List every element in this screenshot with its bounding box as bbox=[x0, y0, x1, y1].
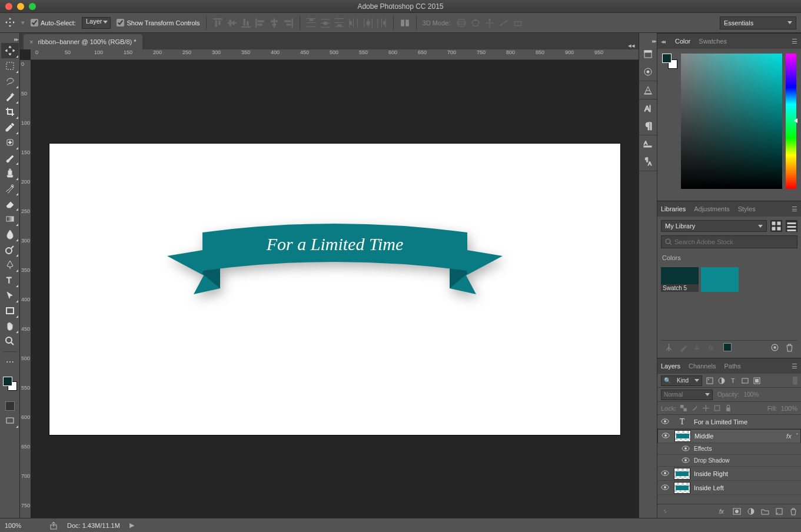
library-grid-view-button[interactable] bbox=[770, 220, 782, 232]
filter-smartobject-icon[interactable] bbox=[753, 377, 761, 385]
visibility-toggle-icon[interactable] bbox=[660, 418, 670, 425]
history-panel-icon[interactable] bbox=[643, 49, 653, 59]
move-tool[interactable] bbox=[1, 43, 19, 58]
blur-tool[interactable] bbox=[1, 227, 19, 242]
lock-position-icon[interactable] bbox=[702, 404, 710, 412]
fill-value[interactable]: 100% bbox=[781, 405, 797, 412]
filter-type-icon[interactable]: T bbox=[729, 377, 737, 385]
align-vcenter-icon[interactable] bbox=[227, 18, 237, 28]
libraries-panel-menu-icon[interactable]: ☰ bbox=[792, 205, 797, 213]
new-layer-icon[interactable] bbox=[775, 507, 783, 516]
filter-shape-icon[interactable] bbox=[741, 377, 749, 385]
lock-pixels-icon[interactable] bbox=[691, 404, 699, 412]
layer-effect-row[interactable]: Effects bbox=[657, 443, 801, 455]
gradient-tool[interactable] bbox=[1, 211, 19, 227]
visibility-toggle-icon[interactable] bbox=[660, 484, 670, 491]
properties-panel-icon[interactable] bbox=[643, 66, 653, 77]
artboard[interactable]: For a Limited Time bbox=[49, 144, 620, 435]
libraries-tab[interactable]: Libraries bbox=[661, 204, 686, 214]
layer-row[interactable]: Inside Left bbox=[657, 481, 801, 495]
link-layers-icon[interactable] bbox=[661, 507, 669, 516]
visibility-toggle-icon[interactable] bbox=[660, 433, 671, 440]
layer-row[interactable]: TFor a Limited Time bbox=[657, 415, 801, 429]
distribute-vcenter-icon[interactable] bbox=[320, 18, 331, 28]
layers-panel-menu-icon[interactable]: ☰ bbox=[792, 363, 797, 370]
lib-add-layerstyle-icon[interactable]: fx bbox=[709, 343, 717, 352]
channels-tab[interactable]: Channels bbox=[689, 361, 716, 371]
zoom-level[interactable]: 100% bbox=[5, 522, 40, 529]
color-panel-menu-icon[interactable]: ☰ bbox=[792, 38, 797, 45]
blend-mode-dropdown[interactable]: Normal bbox=[661, 390, 713, 400]
color-panel-collapse-icon[interactable]: ◂◂ bbox=[661, 38, 664, 45]
library-list-view-button[interactable] bbox=[786, 220, 797, 232]
lib-add-brush-icon[interactable] bbox=[679, 343, 688, 352]
hue-slider[interactable] bbox=[786, 54, 796, 189]
layer-mask-icon[interactable] bbox=[733, 507, 741, 516]
visibility-toggle-icon[interactable] bbox=[681, 445, 690, 453]
pen-tool[interactable] bbox=[1, 257, 19, 272]
workspace-dropdown[interactable]: Essentials bbox=[720, 16, 796, 29]
screen-mode-button[interactable] bbox=[1, 413, 19, 428]
brush-tool[interactable] bbox=[1, 150, 19, 165]
export-status-icon[interactable] bbox=[49, 521, 58, 530]
quick-mask-button[interactable] bbox=[5, 401, 15, 411]
visibility-toggle-icon[interactable] bbox=[660, 470, 670, 477]
doc-size-status[interactable]: Doc: 1.43M/11.1M bbox=[67, 522, 120, 529]
character-panel-icon[interactable]: A bbox=[643, 103, 653, 114]
zoom-tool[interactable] bbox=[1, 334, 19, 349]
layer-effect-row[interactable]: Drop Shadow bbox=[657, 455, 801, 467]
align-right-icon[interactable] bbox=[283, 18, 294, 28]
tools-collapse-icon[interactable]: ▸▸ bbox=[0, 35, 19, 43]
layer-filter-kind-dropdown[interactable]: 🔍Kind bbox=[661, 375, 702, 386]
layer-group-icon[interactable] bbox=[761, 507, 769, 516]
distribute-right-icon[interactable] bbox=[377, 18, 387, 28]
magic-wand-tool[interactable] bbox=[1, 89, 19, 104]
layer-row[interactable]: Middlefxˆ bbox=[657, 429, 801, 443]
dodge-tool[interactable] bbox=[1, 242, 19, 257]
healing-brush-tool[interactable] bbox=[1, 135, 19, 150]
auto-select-target-dropdown[interactable]: Layer bbox=[82, 17, 111, 29]
auto-select-checkbox[interactable]: Auto-Select: bbox=[31, 19, 76, 26]
distribute-bottom-icon[interactable] bbox=[334, 18, 345, 28]
eraser-tool[interactable] bbox=[1, 196, 19, 211]
path-selection-tool[interactable] bbox=[1, 288, 19, 303]
hand-tool[interactable] bbox=[1, 318, 19, 334]
lock-all-icon[interactable] bbox=[724, 404, 732, 412]
paths-tab[interactable]: Paths bbox=[724, 361, 741, 371]
library-swatch[interactable] bbox=[701, 267, 739, 292]
align-top-icon[interactable] bbox=[212, 18, 223, 28]
document-tab[interactable]: × ribbon–banner @ 100% (RGB/8) * bbox=[24, 34, 142, 49]
adjustment-layer-icon[interactable] bbox=[747, 507, 755, 516]
lib-sync-icon[interactable] bbox=[770, 343, 779, 352]
styles-tab[interactable]: Styles bbox=[738, 204, 756, 214]
glyphs-panel-icon[interactable] bbox=[643, 85, 653, 95]
status-flyout-icon[interactable]: ▶ bbox=[129, 521, 134, 529]
history-brush-tool[interactable] bbox=[1, 181, 19, 196]
filter-adjustment-icon[interactable] bbox=[717, 377, 726, 385]
library-dropdown[interactable]: My Library bbox=[661, 220, 767, 232]
lock-artboard-icon[interactable] bbox=[713, 404, 721, 412]
lib-add-charstyle-icon[interactable]: A bbox=[694, 343, 703, 352]
library-search-input[interactable] bbox=[661, 235, 797, 248]
tabstrip-collapse-icon[interactable]: ◂◂ bbox=[628, 42, 639, 49]
lasso-tool[interactable] bbox=[1, 74, 19, 89]
rectangle-tool[interactable] bbox=[1, 303, 19, 318]
filter-pixel-icon[interactable] bbox=[706, 377, 714, 385]
character-styles-panel-icon[interactable]: A bbox=[643, 139, 653, 149]
adjustments-tab[interactable]: Adjustments bbox=[694, 204, 730, 214]
fx-indicator-icon[interactable]: fx bbox=[786, 433, 792, 440]
opacity-value[interactable]: 100% bbox=[744, 391, 759, 398]
auto-align-icon[interactable] bbox=[400, 18, 410, 28]
marquee-tool[interactable] bbox=[1, 58, 19, 74]
layer-fx-icon[interactable]: fx bbox=[719, 507, 727, 516]
foreground-background-swatches[interactable] bbox=[2, 375, 18, 392]
library-swatch[interactable]: Swatch 5 bbox=[661, 267, 699, 292]
lib-add-graphic-icon[interactable] bbox=[664, 343, 673, 352]
paragraph-panel-icon[interactable] bbox=[643, 121, 653, 131]
delete-layer-icon[interactable] bbox=[789, 507, 797, 516]
show-transform-checkbox[interactable]: Show Transform Controls bbox=[117, 19, 200, 26]
crop-tool[interactable] bbox=[1, 104, 19, 119]
lib-delete-icon[interactable] bbox=[785, 343, 794, 352]
canvas-background[interactable]: For a Limited Time bbox=[31, 60, 639, 518]
eyedropper-tool[interactable] bbox=[1, 119, 19, 135]
